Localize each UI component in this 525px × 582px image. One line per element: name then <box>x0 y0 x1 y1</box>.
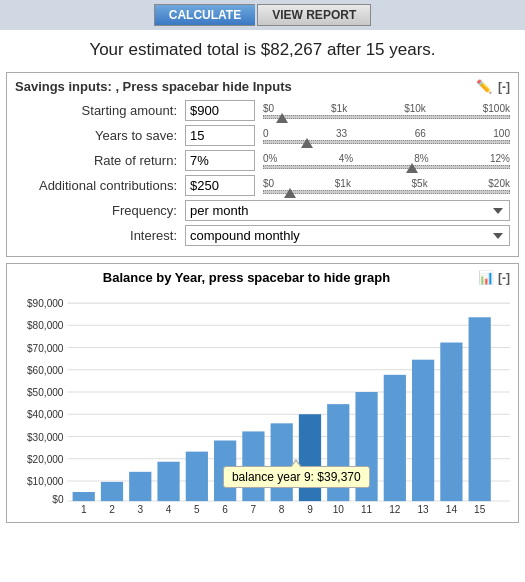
chart-title: Balance by Year, press spacebar to hide … <box>15 270 478 285</box>
starting-amount-label: Starting amount: <box>15 103 185 118</box>
svg-text:3: 3 <box>137 504 143 513</box>
svg-text:6: 6 <box>222 504 228 513</box>
svg-text:4: 4 <box>166 504 172 513</box>
calculate-button[interactable]: CALCULATE <box>154 4 255 26</box>
svg-text:$90,000: $90,000 <box>27 298 64 309</box>
additional-contributions-track[interactable] <box>263 190 510 194</box>
bar-7[interactable] <box>242 431 264 501</box>
bar-chart-icon[interactable]: 📊 <box>478 270 494 285</box>
rate-of-return-row: Rate of return: 0%4%8%12% <box>15 150 510 171</box>
additional-contributions-slider-labels: $0$1k$5k$20k <box>263 178 510 189</box>
svg-text:5: 5 <box>194 504 200 513</box>
additional-contributions-slider[interactable]: $0$1k$5k$20k <box>263 178 510 194</box>
frequency-label: Frequency: <box>15 203 185 218</box>
svg-text:2: 2 <box>109 504 115 513</box>
toolbar: CALCULATE VIEW REPORT <box>0 0 525 30</box>
starting-amount-slider-labels: $0$1k$10k$100k <box>263 103 510 114</box>
svg-text:$60,000: $60,000 <box>27 365 64 376</box>
starting-amount-thumb[interactable] <box>276 113 288 123</box>
edit-icon[interactable]: ✏️ <box>476 79 492 94</box>
savings-header-label: Savings inputs: , Press spacebar hide In… <box>15 79 292 94</box>
svg-text:$70,000: $70,000 <box>27 343 64 354</box>
bar-13[interactable] <box>412 360 434 501</box>
starting-amount-input[interactable] <box>185 100 255 121</box>
svg-text:11: 11 <box>361 504 373 513</box>
svg-text:$80,000: $80,000 <box>27 320 64 331</box>
savings-header: Savings inputs: , Press spacebar hide In… <box>15 79 510 94</box>
chart-section: Balance by Year, press spacebar to hide … <box>6 263 519 523</box>
headline: Your estimated total is $82,267 after 15… <box>0 30 525 68</box>
starting-amount-slider[interactable]: $0$1k$10k$100k <box>263 103 510 119</box>
bar-8[interactable] <box>271 423 293 501</box>
svg-text:15: 15 <box>474 504 486 513</box>
bar-5[interactable] <box>186 452 208 501</box>
chart-area: $90,000 $80,000 $70,000 $60,000 $50,000 … <box>15 291 510 516</box>
rate-of-return-track[interactable] <box>263 165 510 169</box>
bar-chart-svg: $90,000 $80,000 $70,000 $60,000 $50,000 … <box>15 291 510 513</box>
bar-4[interactable] <box>157 462 179 501</box>
svg-text:13: 13 <box>417 504 429 513</box>
bar-10[interactable] <box>327 404 349 501</box>
bar-3[interactable] <box>129 472 151 501</box>
view-report-button[interactable]: VIEW REPORT <box>257 4 371 26</box>
svg-text:$20,000: $20,000 <box>27 454 64 465</box>
additional-contributions-label: Additional contributions: <box>15 178 185 193</box>
svg-text:14: 14 <box>446 504 458 513</box>
svg-text:$50,000: $50,000 <box>27 387 64 398</box>
rate-of-return-slider[interactable]: 0%4%8%12% <box>263 153 510 169</box>
interest-row: Interest: compound monthly compound year… <box>15 225 510 246</box>
svg-text:9: 9 <box>307 504 313 513</box>
svg-text:10: 10 <box>333 504 345 513</box>
headline-text: Your estimated total is $82,267 after 15… <box>89 40 435 59</box>
starting-amount-row: Starting amount: $0$1k$10k$100k <box>15 100 510 121</box>
bar-15[interactable] <box>469 317 491 501</box>
svg-text:1: 1 <box>81 504 87 513</box>
svg-text:8: 8 <box>279 504 285 513</box>
rate-of-return-slider-labels: 0%4%8%12% <box>263 153 510 164</box>
additional-contributions-row: Additional contributions: $0$1k$5k$20k <box>15 175 510 196</box>
additional-contributions-input[interactable] <box>185 175 255 196</box>
rate-of-return-thumb[interactable] <box>406 163 418 173</box>
starting-amount-track[interactable] <box>263 115 510 119</box>
chart-collapse-icon[interactable]: [-] <box>498 271 510 285</box>
svg-text:$30,000: $30,000 <box>27 432 64 443</box>
additional-contributions-thumb[interactable] <box>284 188 296 198</box>
bar-1[interactable] <box>73 492 95 501</box>
chart-header: Balance by Year, press spacebar to hide … <box>15 270 510 285</box>
svg-text:7: 7 <box>251 504 257 513</box>
collapse-icon[interactable]: [-] <box>498 80 510 94</box>
years-to-save-input[interactable] <box>185 125 255 146</box>
svg-text:$10,000: $10,000 <box>27 476 64 487</box>
frequency-select[interactable]: per month per year <box>185 200 510 221</box>
chart-header-icons: 📊 [-] <box>478 270 510 285</box>
years-to-save-thumb[interactable] <box>301 138 313 148</box>
svg-text:$40,000: $40,000 <box>27 409 64 420</box>
years-to-save-track[interactable] <box>263 140 510 144</box>
frequency-row: Frequency: per month per year <box>15 200 510 221</box>
interest-label: Interest: <box>15 228 185 243</box>
interest-select[interactable]: compound monthly compound yearly simple <box>185 225 510 246</box>
bar-6[interactable] <box>214 441 236 502</box>
years-to-save-label: Years to save: <box>15 128 185 143</box>
svg-text:$0: $0 <box>52 494 64 505</box>
savings-section: Savings inputs: , Press spacebar hide In… <box>6 72 519 257</box>
savings-header-icons: ✏️ [-] <box>476 79 510 94</box>
svg-text:12: 12 <box>389 504 401 513</box>
bar-11[interactable] <box>355 392 377 501</box>
bar-14[interactable] <box>440 343 462 502</box>
years-to-save-row: Years to save: 03366100 <box>15 125 510 146</box>
years-to-save-slider[interactable]: 03366100 <box>263 128 510 144</box>
rate-of-return-input[interactable] <box>185 150 255 171</box>
bar-2[interactable] <box>101 482 123 501</box>
rate-of-return-label: Rate of return: <box>15 153 185 168</box>
bar-12[interactable] <box>384 375 406 501</box>
bar-9[interactable] <box>299 414 321 501</box>
